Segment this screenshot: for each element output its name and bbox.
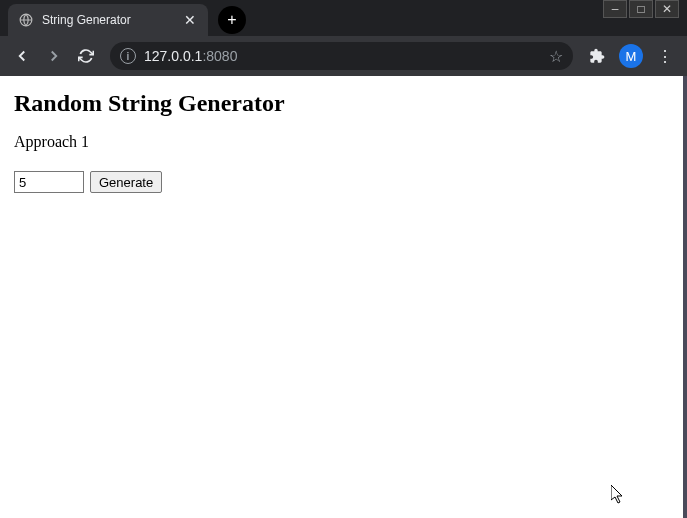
extensions-icon[interactable] xyxy=(583,42,611,70)
back-button[interactable] xyxy=(8,42,36,70)
url-text: 127.0.0.1:8080 xyxy=(144,48,541,64)
new-tab-button[interactable]: + xyxy=(218,6,246,34)
page-content: Random String Generator Approach 1 Gener… xyxy=(0,76,687,518)
globe-icon xyxy=(18,12,34,28)
reload-button[interactable] xyxy=(72,42,100,70)
forward-button[interactable] xyxy=(40,42,68,70)
bookmark-star-icon[interactable]: ☆ xyxy=(549,47,563,66)
form-row: Generate xyxy=(14,171,669,193)
length-input[interactable] xyxy=(14,171,84,193)
page-heading: Random String Generator xyxy=(14,90,669,117)
tab-title: String Generator xyxy=(42,13,174,27)
minimize-button[interactable]: – xyxy=(603,0,627,18)
address-bar[interactable]: i 127.0.0.1:8080 ☆ xyxy=(110,42,573,70)
kebab-menu-icon[interactable]: ⋮ xyxy=(651,42,679,70)
close-window-button[interactable]: ✕ xyxy=(655,0,679,18)
toolbar: i 127.0.0.1:8080 ☆ M ⋮ xyxy=(0,36,687,76)
generate-button[interactable]: Generate xyxy=(90,171,162,193)
tab-bar: String Generator ✕ + xyxy=(0,0,687,36)
profile-avatar[interactable]: M xyxy=(619,44,643,68)
page-subheading: Approach 1 xyxy=(14,133,669,151)
browser-tab[interactable]: String Generator ✕ xyxy=(8,4,208,36)
maximize-button[interactable]: □ xyxy=(629,0,653,18)
site-info-icon[interactable]: i xyxy=(120,48,136,64)
close-tab-icon[interactable]: ✕ xyxy=(182,12,198,28)
